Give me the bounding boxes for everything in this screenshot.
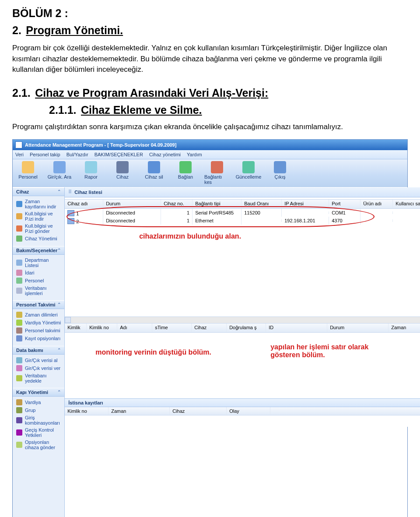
col-port[interactable]: Port: [329, 200, 360, 208]
menu-personel-takip[interactable]: Personel takip: [30, 152, 60, 157]
menu-bul-yazdir[interactable]: Bul/Yazdır: [66, 152, 88, 157]
sidebar-item-zaman-kayitlarini-indir[interactable]: Zaman kayıtlarını indir: [13, 198, 64, 210]
sidebar-item-vardiya[interactable]: Vardiya: [13, 398, 64, 406]
shift-icon: [16, 320, 22, 326]
sidebar-item-departman-listesi[interactable]: Departman Listesi: [13, 257, 64, 269]
sidebar-item-zaman-dilimleri[interactable]: Zaman dilimleri: [13, 311, 64, 319]
toolbar-rapor[interactable]: Rapor: [78, 161, 104, 185]
col-urun-adi[interactable]: Ürün adı: [360, 200, 393, 208]
sidebar-item-gecis-kontrol-yetkileri[interactable]: Geçiş Kontrol Yetkileri: [13, 426, 64, 439]
sidebar-item-gircik-verisi-al[interactable]: Gir/Çık verisi al: [13, 356, 64, 364]
col-kullanici-sayisi[interactable]: Kullanıcı sayısı: [393, 200, 420, 208]
download-user-icon: [16, 213, 22, 219]
sidebar-item-idari[interactable]: İdari: [13, 269, 64, 277]
sidebar-item-vardiya-yonetimi[interactable]: Vardiya Yönetimi: [13, 319, 64, 327]
sidebar-item-label: Veritabanı işlemleri: [25, 285, 61, 296]
s211-number: 2.1.1.: [49, 104, 77, 116]
send-options-icon: [16, 442, 22, 448]
admin-icon: [16, 270, 22, 276]
col-kimlik[interactable]: Kimlik: [65, 324, 87, 332]
sidebar-item-cihaz-yonetimi[interactable]: Cihaz Yönetimi: [13, 235, 64, 243]
col-istisna-cihaz[interactable]: Cihaz: [170, 407, 227, 415]
col-istisna-zaman[interactable]: Zaman: [108, 407, 170, 415]
sidebar-item-label: Vardiya Yönetimi: [25, 320, 61, 325]
col-dogrulama[interactable]: Doğrulama ş: [227, 324, 266, 332]
toolbar-gircik-label: Gir/çık. Ara: [48, 174, 71, 179]
sidebar-item-label: Personel: [25, 278, 44, 283]
sidebar-item-personel[interactable]: Personel: [13, 277, 64, 285]
sidebar-item-giris-kombinasyonlari[interactable]: Giriş kombinasyonları: [13, 414, 64, 426]
col-adi[interactable]: Adı: [117, 324, 152, 332]
device-list-header: Cihaz listesi: [65, 187, 420, 197]
panel-data-bakimi-head[interactable]: Data bakımı⌃: [13, 346, 64, 355]
toolbar-cihaz-label: Cihaz: [116, 174, 129, 179]
toolbar: Personel Gir/çık. Ara Rapor Cihaz Cihaz …: [13, 159, 407, 187]
sidebar-item-label: Departman Listesi: [25, 257, 61, 268]
report-icon: [85, 161, 97, 173]
annotation-device-area: cihazlarımızın bulunduğu alan.: [139, 232, 241, 240]
panel-cihaz-head[interactable]: Cihaz⌃: [13, 187, 64, 196]
device-delete-icon: [148, 161, 160, 173]
annotation-monitoring-right: yapılan her işlemi satır olarak gösteren…: [270, 343, 380, 359]
sidebar-item-gircik-verisi-ver[interactable]: Gir/Çık verisi ver: [13, 364, 64, 372]
panel-bakim-title: Bakım/Seçenekler: [16, 248, 57, 253]
s211-paragraph: Programı çalıştırdıktan sonra karşımıza …: [12, 123, 408, 131]
menu-bar: Veri Personel takip Bul/Yazdır BAKIM/SEÇ…: [13, 150, 407, 159]
toolbar-gircik-ara[interactable]: Gir/çık. Ara: [47, 161, 72, 185]
toolbar-baglan[interactable]: Bağlan: [173, 161, 198, 185]
sidebar-item-kayit-opsiyonlari[interactable]: Kayıt opsiyonları: [13, 334, 64, 342]
col-istisna-olay[interactable]: Olay: [227, 407, 270, 415]
menu-bakim-secenekler[interactable]: BAKIM/SEÇENEKLER: [94, 152, 143, 157]
title-bar[interactable]: Attendance Management Program - [ Temp-S…: [13, 140, 407, 150]
menu-cihaz-yonetimi[interactable]: Cihaz yönetimi: [149, 152, 181, 157]
chevron-up-icon: ⌃: [57, 302, 61, 307]
device-icon: [116, 161, 129, 173]
sidebar-item-label: Gir/Çık verisi ver: [25, 366, 60, 371]
panel-kapi-yonetimi-head[interactable]: Kapı Yönetimi⌃: [13, 388, 64, 397]
toolbar-personel[interactable]: Personel: [15, 161, 41, 185]
menu-yardim[interactable]: Yardım: [187, 152, 202, 157]
sidebar-item-opsiyonlari-cihaza-gonder[interactable]: Opsiyonları cihaza gönder: [13, 439, 64, 451]
toolbar-baglanti-kes[interactable]: Bağlantı kes: [204, 161, 230, 185]
connect-icon: [179, 161, 192, 173]
toolbar-cihaz[interactable]: Cihaz: [110, 161, 135, 185]
toolbar-guncelleme[interactable]: Güncelleme: [236, 161, 261, 185]
annotation-ellipse: [66, 206, 374, 227]
personel-icon: [22, 161, 34, 173]
chevron-up-icon: ⌃: [57, 189, 61, 194]
panel-data-bakimi-title: Data bakımı: [16, 348, 43, 353]
section2-number: 2.: [12, 24, 21, 37]
col-zaman[interactable]: Zaman: [388, 324, 420, 332]
col-durum2[interactable]: Durum: [327, 324, 388, 332]
col-cihaz-adi[interactable]: Cihaz adı: [65, 200, 103, 208]
sidebar-item-grup[interactable]: Grup: [13, 406, 64, 414]
chevron-up-icon: ⌃: [57, 348, 61, 352]
heading-bolum2: BÖLÜM 2 :: [12, 7, 408, 20]
horizontal-scrollbar[interactable]: [65, 317, 420, 323]
backup-icon: [16, 375, 22, 381]
col-stime[interactable]: sTime: [152, 324, 192, 332]
menu-veri[interactable]: Veri: [15, 152, 24, 157]
toolbar-baglantikes-label: Bağlantı kes: [204, 174, 230, 185]
panel-personel-takvimi-head[interactable]: Personel Takvimi⌃: [13, 300, 64, 309]
sidebar-item-personel-takvimi[interactable]: Personel takvimi: [13, 327, 64, 334]
toolbar-cihaz-sil[interactable]: Cihaz sil: [141, 161, 167, 185]
sidebar-item-label: Personel takvimi: [25, 328, 60, 333]
scroll-left-icon[interactable]: [65, 317, 71, 323]
sidebar-item-kullbilgisi-indir[interactable]: Kull.bilgisi ve P.izi indir: [13, 210, 64, 222]
panel-bakim-head[interactable]: Bakım/Seçenekler⌃: [13, 246, 64, 255]
col-istisna-kimlik-no[interactable]: Kimlik no: [65, 407, 108, 415]
exit-icon: [274, 161, 286, 173]
sidebar-item-veritabani-islemleri[interactable]: Veritabanı işlemleri: [13, 285, 64, 297]
sidebar-item-label: İdari: [25, 270, 34, 275]
sidebar-item-kullbilgisi-gonder[interactable]: Kull.bilgisi ve P.izi gönder: [13, 222, 64, 235]
col-id[interactable]: ID: [266, 324, 327, 332]
download-icon: [16, 201, 22, 207]
toolbar-cikis[interactable]: Çıkış: [267, 161, 293, 185]
col-kimlik-no[interactable]: Kimlik no: [87, 324, 117, 332]
sidebar-item-veritabani-yedekle[interactable]: Veritabanı yedekle: [13, 372, 64, 384]
col-cihaz[interactable]: Cihaz: [192, 324, 227, 332]
app-window: Attendance Management Program - [ Temp-S…: [12, 139, 408, 517]
group-icon: [16, 407, 22, 413]
s21-title: Cihaz ve Program Arasındaki Veri Alış-Ve…: [35, 87, 268, 99]
